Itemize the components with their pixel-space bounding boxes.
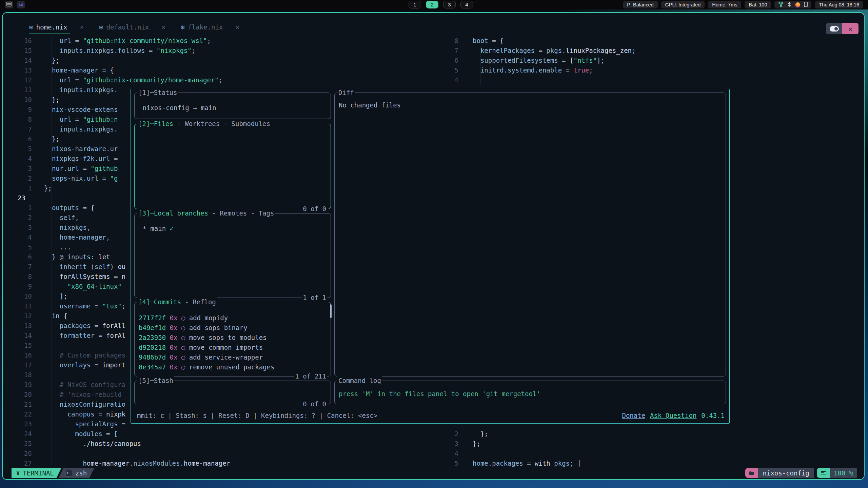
line-number: 7 bbox=[440, 46, 458, 56]
line-text: }; bbox=[473, 439, 480, 449]
commit-row[interactable]: 9486b7d 0x ○ add service-wrapper bbox=[139, 352, 263, 362]
toggle-button[interactable] bbox=[826, 23, 842, 34]
firefox-icon[interactable] bbox=[795, 2, 800, 7]
lazygit-commits-panel[interactable]: [4]─Commits - Reflog 2717f2f 0x ○ add mo… bbox=[134, 302, 331, 377]
tab-close-icon[interactable]: ✕ bbox=[162, 24, 165, 30]
status-pill-2: Home: 7ms bbox=[708, 1, 741, 8]
project-label: nixos-config bbox=[758, 468, 814, 478]
branch-icon[interactable] bbox=[778, 2, 784, 8]
toggle-knob-icon bbox=[830, 26, 839, 32]
launcher-button[interactable] bbox=[5, 1, 13, 8]
workspace-button-1[interactable]: 1 bbox=[409, 1, 421, 8]
lazygit-files-panel[interactable]: [2]─Files - Worktrees - Submodules 0 of … bbox=[134, 124, 331, 209]
mode-label: TERMINAL bbox=[23, 469, 54, 477]
tab-bar: ❄home.nix✕❄default.nix✕❄flake.nix✕ bbox=[29, 20, 239, 34]
terminal-window: ❄home.nix✕❄default.nix✕❄flake.nix✕ ✕ 16 … bbox=[3, 13, 864, 479]
folder-segment bbox=[745, 468, 758, 478]
line-number: 3 bbox=[440, 439, 458, 449]
lazygit-options-line: mmit: c | Stash: s | Reset: D | Keybindi… bbox=[137, 411, 377, 421]
list-icon bbox=[821, 469, 826, 477]
shell-segment: >_ zsh bbox=[59, 468, 94, 478]
bluetooth-icon[interactable] bbox=[787, 2, 791, 8]
line-text: home.packages = with pkgs; [ bbox=[473, 459, 581, 468]
apps-grid-icon bbox=[6, 2, 12, 8]
tab-label: flake.nix bbox=[188, 23, 223, 31]
panel-title: Command log bbox=[337, 376, 382, 385]
code-line[interactable]: 7 kernelPackages = pkgs.linuxPackages_ze… bbox=[3, 46, 864, 56]
mode-segment: V TERMINAL bbox=[12, 468, 61, 478]
panel-count: 1 of 211 bbox=[294, 372, 327, 381]
line-text: supportedFilesystems = ["ntfs"]; bbox=[473, 56, 605, 65]
code-line[interactable]: 4 bbox=[3, 75, 864, 85]
commits-scrollbar[interactable] bbox=[330, 304, 332, 318]
workspace-button-3[interactable]: 3 bbox=[443, 1, 456, 8]
scroll-percent: 100 % bbox=[830, 468, 857, 478]
commit-row[interactable]: b49ef1d 0x ○ add sops binary bbox=[139, 323, 247, 333]
topbar-right-group: P: BalancedGPU: IntegratedHome: 7msBat: … bbox=[623, 1, 863, 8]
status-pill-0: P: Balanced bbox=[623, 1, 657, 8]
workspace-button-4[interactable]: 4 bbox=[460, 1, 473, 8]
window-close-button[interactable]: ✕ bbox=[842, 23, 859, 34]
line-text: kernelPackages = pkgs.linuxPackages_zen; bbox=[473, 46, 636, 56]
lazygit-command-log-panel[interactable]: Command log press 'M' in the files panel… bbox=[334, 381, 726, 404]
panel-title: [2]─Files - Worktrees - Submodules bbox=[137, 119, 271, 128]
status-pill-1: GPU: Integrated bbox=[661, 1, 705, 8]
tab-default.nix[interactable]: ❄default.nix✕ bbox=[99, 23, 165, 31]
system-tray[interactable] bbox=[774, 1, 811, 8]
panel-count: 1 of 1 bbox=[302, 293, 327, 302]
window-controls: ✕ bbox=[826, 23, 859, 34]
tab-close-icon[interactable]: ✕ bbox=[80, 24, 83, 30]
code-line[interactable]: 3}; bbox=[3, 439, 864, 449]
topbar-left-group: $W bbox=[5, 1, 25, 8]
tab-flake.nix[interactable]: ❄flake.nix✕ bbox=[181, 23, 239, 31]
tab-close-icon[interactable]: ✕ bbox=[236, 24, 239, 30]
ask-question-link[interactable]: Ask Question bbox=[650, 412, 696, 419]
terminal-prompt-icon: >_ bbox=[65, 470, 72, 476]
line-text: initrd.systemd.enable = true; bbox=[473, 65, 593, 75]
clock: Thu Aug 08, 18:16 bbox=[815, 1, 863, 8]
nix-snowflake-icon: ❄ bbox=[29, 24, 33, 31]
tab-label: default.nix bbox=[106, 23, 149, 31]
panel-title: [5]─Stash bbox=[137, 376, 174, 385]
line-number: 6 bbox=[440, 56, 458, 65]
line-number: 8 bbox=[440, 36, 458, 46]
workspace-button-2[interactable]: 2 bbox=[426, 1, 438, 8]
code-line[interactable]: 5home.packages = with pkgs; [ bbox=[3, 459, 864, 468]
commit-row[interactable]: 8e345a7 0x ○ remove unused packages bbox=[139, 362, 274, 372]
line-text: boot = { bbox=[473, 36, 504, 46]
donate-link[interactable]: Donate bbox=[622, 412, 645, 419]
lines-segment bbox=[817, 468, 830, 478]
tab-home.nix[interactable]: ❄home.nix✕ bbox=[29, 23, 84, 31]
panel-title: [1]─Status bbox=[137, 88, 178, 97]
workspace-app-button[interactable]: $W bbox=[17, 1, 25, 8]
statusline-right: nixos-config 100 % bbox=[745, 468, 857, 478]
lazygit-diff-panel[interactable]: Diff No changed files bbox=[334, 93, 726, 377]
line-number: 2 bbox=[440, 429, 458, 439]
branch-row[interactable]: * main ✓ bbox=[139, 224, 327, 233]
code-line[interactable]: 8boot = { bbox=[3, 36, 864, 46]
nix-snowflake-icon: ❄ bbox=[99, 24, 103, 31]
commit-row[interactable]: d920218 0x ○ move common imports bbox=[139, 343, 263, 352]
lazygit-stash-panel[interactable]: [5]─Stash 0 of 0 bbox=[134, 381, 331, 404]
code-line[interactable]: 6 supportedFilesystems = ["ntfs"]; bbox=[3, 56, 864, 65]
workspace-switcher: 1234 bbox=[409, 1, 473, 8]
commit-row[interactable]: 2a23950 0x ○ move sops to modules bbox=[139, 333, 267, 343]
nix-snowflake-icon: ❄ bbox=[181, 24, 185, 31]
panel-title: [4]─Commits - Reflog bbox=[137, 298, 217, 307]
status-content: nixos-config → main bbox=[139, 103, 327, 113]
status-pills: P: BalancedGPU: IntegratedHome: 7msBat: … bbox=[623, 1, 771, 8]
line-number: 4 bbox=[440, 75, 458, 85]
lazygit-status-panel[interactable]: [1]─Status nixos-config → main bbox=[134, 93, 331, 119]
panel-count: 0 of 0 bbox=[302, 204, 327, 214]
phone-icon[interactable] bbox=[804, 2, 808, 8]
commit-row[interactable]: 2717f2f 0x ○ add mopidy bbox=[139, 313, 228, 323]
code-line[interactable]: 4 bbox=[3, 449, 864, 459]
code-line[interactable]: 5 initrd.systemd.enable = true; bbox=[3, 65, 864, 75]
code-line[interactable]: 2 }; bbox=[3, 429, 864, 439]
statusline-left: V TERMINAL >_ zsh bbox=[12, 468, 94, 478]
status-pill-3: Bat: 100 bbox=[745, 1, 771, 8]
lazygit-branches-panel[interactable]: [3]─Local branches - Remotes - Tags * ma… bbox=[134, 213, 331, 298]
panel-title: Diff bbox=[337, 88, 355, 97]
statusline: V TERMINAL >_ zsh nixos-config 100 % bbox=[3, 468, 864, 478]
panel-count: 0 of 0 bbox=[302, 400, 327, 409]
